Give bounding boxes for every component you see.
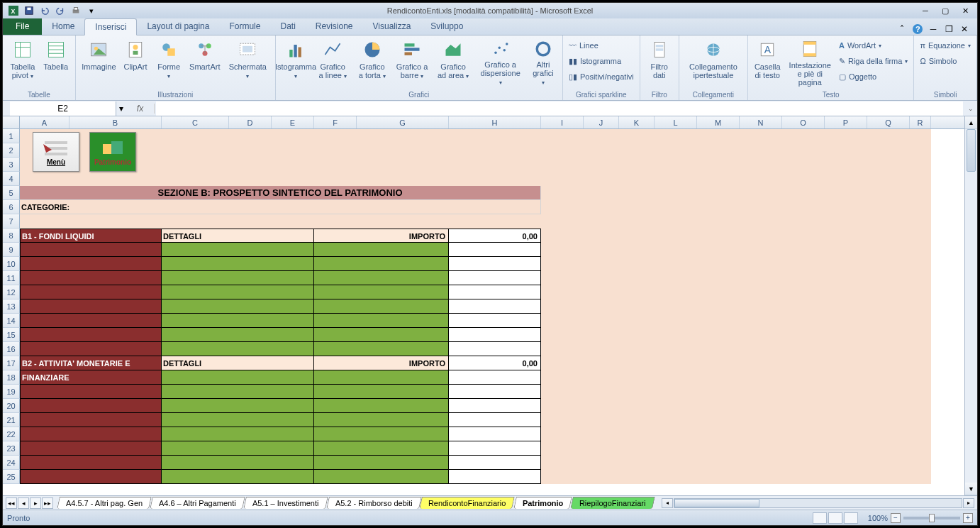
row-header[interactable]: 3 [3, 158, 20, 172]
cell[interactable] [541, 243, 931, 257]
save-icon[interactable] [23, 4, 35, 17]
header-footer-button[interactable]: Intestazione e piè di pagina [786, 37, 835, 88]
area-chart-button[interactable]: Grafico ad area ▾ [434, 37, 473, 88]
cell[interactable]: IMPORTO [314, 229, 449, 243]
select-all-corner[interactable] [3, 116, 20, 128]
column-header[interactable]: Q [867, 116, 910, 128]
maximize-button[interactable]: ▢ [936, 5, 954, 16]
name-box-dropdown[interactable]: ▾ [116, 104, 126, 114]
cell[interactable] [20, 129, 931, 143]
object-button[interactable]: ▢Oggetto [837, 70, 909, 84]
column-chart-button[interactable]: Istogramma ▾ [280, 37, 312, 88]
cell[interactable]: 0,00 [449, 356, 541, 370]
row-header[interactable]: 13 [3, 299, 20, 314]
cell[interactable] [20, 314, 162, 328]
column-header[interactable]: R [910, 116, 931, 128]
view-page-layout[interactable] [828, 512, 842, 524]
textbox-button[interactable]: ACasella di testo [752, 37, 783, 88]
view-normal[interactable] [813, 512, 827, 524]
cell[interactable] [314, 413, 449, 427]
window-close-icon[interactable]: ✕ [959, 23, 970, 35]
cell[interactable] [449, 370, 541, 385]
wordart-button[interactable]: AWordArt ▾ [837, 38, 909, 53]
pie-chart-button[interactable]: Grafico a torta ▾ [354, 37, 390, 88]
cell[interactable] [162, 399, 314, 413]
column-header[interactable]: A [20, 116, 69, 128]
cell[interactable] [20, 385, 162, 399]
cell[interactable] [20, 470, 162, 484]
equation-button[interactable]: πEquazione ▾ [918, 38, 972, 53]
cell[interactable] [162, 427, 314, 441]
vscroll-thumb[interactable] [967, 129, 976, 172]
row-header[interactable]: 17 [3, 356, 20, 370]
sparkline-winloss-button[interactable]: ▯▮Positivi/negativi [567, 70, 635, 84]
cell[interactable] [449, 342, 541, 356]
cell[interactable] [20, 271, 162, 285]
cell[interactable]: DETTAGLI [162, 229, 314, 243]
row-header[interactable]: 24 [3, 456, 20, 470]
cell[interactable] [541, 427, 931, 441]
cell[interactable] [541, 186, 931, 200]
cell[interactable] [20, 243, 162, 257]
line-chart-button[interactable]: Grafico a linee ▾ [314, 37, 351, 88]
cell[interactable] [162, 441, 314, 456]
window-restore-icon[interactable]: ❐ [943, 23, 954, 35]
cell[interactable] [162, 299, 314, 314]
row-header[interactable]: 22 [3, 427, 20, 441]
minimize-ribbon-icon[interactable]: ˄ [896, 23, 908, 35]
cell[interactable]: FINANZIARE [20, 370, 162, 385]
hyperlink-button[interactable]: Collegamento ipertestuale [684, 37, 743, 88]
sheet-tab[interactable]: Patrimonio [513, 497, 572, 509]
worksheet-grid[interactable]: ABCDEFGHIJKLMNOPQR 12345SEZIONE B: PROSP… [3, 116, 964, 495]
row-header[interactable]: 20 [3, 399, 20, 413]
row-header[interactable]: 14 [3, 314, 20, 328]
formula-bar-expand[interactable]: ⌄ [964, 105, 977, 112]
cell[interactable]: IMPORTO [314, 356, 449, 370]
zoom-slider[interactable] [903, 517, 960, 519]
close-button[interactable]: ✕ [956, 5, 974, 16]
cell[interactable] [314, 328, 449, 342]
cell[interactable] [314, 314, 449, 328]
vertical-scrollbar[interactable]: ▲ ▼ [964, 116, 977, 495]
tab-file[interactable]: File [3, 18, 42, 35]
cell[interactable] [20, 172, 931, 186]
horizontal-scrollbar[interactable]: ◂ ▸ [662, 498, 974, 508]
cell[interactable] [20, 427, 162, 441]
row-header[interactable]: 11 [3, 271, 20, 285]
cell[interactable] [162, 257, 314, 271]
redo-icon[interactable] [54, 4, 67, 17]
cell[interactable] [162, 370, 314, 385]
table-button[interactable]: Tabella [41, 37, 71, 88]
column-header[interactable]: P [825, 116, 867, 128]
scroll-up-button[interactable]: ▲ [965, 116, 977, 129]
tab-data[interactable]: Dati [270, 18, 305, 35]
column-header[interactable]: J [584, 116, 619, 128]
window-minimize-icon[interactable]: ─ [928, 23, 939, 35]
row-header[interactable]: 16 [3, 342, 20, 356]
cell[interactable] [162, 314, 314, 328]
cell[interactable] [162, 271, 314, 285]
row-header[interactable]: 10 [3, 257, 20, 271]
row-header[interactable]: 7 [3, 214, 20, 229]
row-header[interactable]: 18 [3, 370, 20, 385]
pivot-table-button[interactable]: Tabella pivot ▾ [7, 37, 38, 88]
cell[interactable] [541, 314, 931, 328]
cell[interactable] [541, 271, 931, 285]
clipart-button[interactable]: ClipArt [121, 37, 150, 88]
column-header[interactable]: E [272, 116, 314, 128]
picture-button[interactable]: Immagine [80, 37, 118, 88]
tab-nav-next[interactable]: ▸ [30, 497, 41, 509]
undo-icon[interactable] [38, 4, 51, 17]
cell[interactable] [541, 456, 931, 470]
sparkline-column-button[interactable]: ▮▮Istogramma [567, 54, 635, 68]
menu-sheet-button[interactable]: Menù [33, 132, 79, 172]
column-header[interactable]: M [697, 116, 740, 128]
cell[interactable] [162, 285, 314, 299]
cell[interactable] [20, 342, 162, 356]
cell[interactable]: SEZIONE B: PROSPETTO SINTETICO DEL PATRI… [20, 186, 541, 200]
cell[interactable] [449, 328, 541, 342]
hscroll-right[interactable]: ▸ [963, 498, 974, 508]
hscroll-left[interactable]: ◂ [662, 498, 673, 508]
row-header[interactable]: 8 [3, 229, 20, 243]
symbol-button[interactable]: ΩSimbolo [918, 54, 972, 68]
